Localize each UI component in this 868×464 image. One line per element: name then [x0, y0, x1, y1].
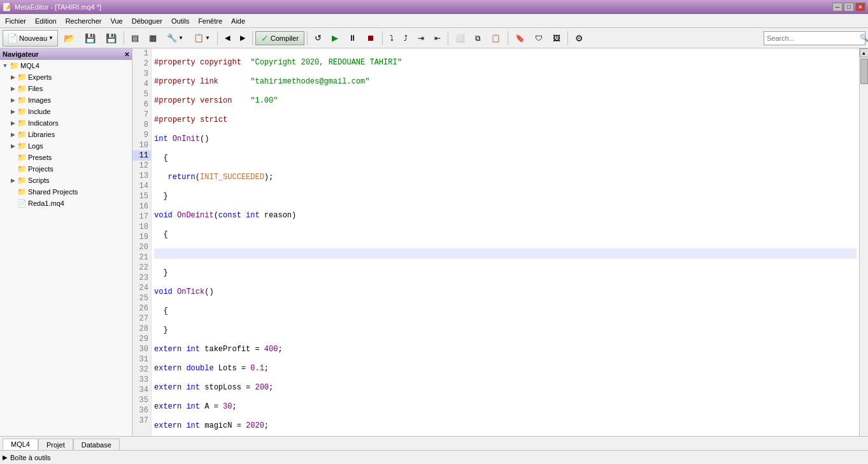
folder-icon-files: 📁	[17, 84, 27, 93]
menu-edition[interactable]: Edition	[31, 14, 60, 27]
view-icon-2: ▦	[149, 33, 157, 43]
tree-item-include[interactable]: ▶ 📁 Include	[0, 106, 132, 117]
compile-label: Compiler	[271, 34, 299, 42]
bookmarks-btn[interactable]: 🔖	[511, 30, 529, 47]
save-button[interactable]: 💾	[80, 30, 100, 47]
forward-button[interactable]: ▶	[236, 30, 250, 47]
folder-icon-projects: 📁	[17, 164, 27, 173]
search-box[interactable]: 🔍	[764, 31, 865, 45]
tree-label-files: Files	[28, 85, 43, 92]
ln-28: 28	[132, 324, 151, 334]
code-line-2: #property link "tahirimethodes@gmail.com…	[154, 76, 857, 87]
window-title: MetaEditor - [TAHIRI.mq4 *]	[15, 3, 101, 11]
tree-item-libraries[interactable]: ▶ 📁 Libraries	[0, 129, 132, 140]
ln-33: 33	[132, 375, 151, 385]
toolbar: 📄 Nouveau ▼ 📂 💾 💾 ▤ ▦ 🔧 ▼ 📋 ▼ ◀ ▶ ✓ Comp…	[0, 28, 868, 48]
close-button[interactable]: ✕	[855, 3, 865, 11]
ln-3: 3	[132, 69, 151, 79]
run-button[interactable]: ▶	[327, 30, 343, 47]
ln-19: 19	[132, 232, 151, 242]
settings-button[interactable]: ⚙	[571, 30, 588, 47]
tree-item-presets[interactable]: 📁 Presets	[0, 152, 132, 163]
title-bar-left: 📝 MetaEditor - [TAHIRI.mq4 *]	[3, 3, 101, 11]
save-all-button[interactable]: 💾	[101, 30, 121, 47]
code-line-14: {	[154, 306, 857, 316]
tree-label-presets: Presets	[28, 154, 52, 161]
view-btn-1[interactable]: ▤	[127, 30, 143, 47]
prev-btn[interactable]: ⇤	[430, 30, 445, 47]
tree-item-mql4[interactable]: ▼ 📁 MQL4	[0, 60, 132, 71]
tree-label-experts: Experts	[28, 73, 52, 81]
stop2-button[interactable]: ⬜	[451, 30, 469, 47]
view-btn-2[interactable]: ▦	[145, 30, 161, 47]
vertical-scrollbar[interactable]: ▲	[859, 48, 868, 436]
tree-item-experts[interactable]: ▶ 📁 Experts	[0, 71, 132, 83]
tab-mql4[interactable]: MQL4	[3, 439, 38, 450]
tree-item-logs[interactable]: ▶ 📁 Logs	[0, 140, 132, 152]
menu-fenetre[interactable]: Fenêtre	[194, 14, 226, 27]
expand-indicators: ▶	[9, 119, 17, 127]
ln-14: 14	[132, 181, 151, 191]
menu-outils[interactable]: Outils	[167, 14, 193, 27]
tree-item-indicators[interactable]: ▶ 📁 Indicators	[0, 117, 132, 129]
tree-item-projects[interactable]: 📁 Projects	[0, 163, 132, 175]
tab-projet[interactable]: Projet	[38, 439, 73, 450]
stop-button[interactable]: ⏹	[362, 30, 380, 47]
new-button[interactable]: 📄 Nouveau ▼	[3, 30, 58, 47]
code-line-13: void OnTick()	[154, 287, 857, 297]
copy-btn[interactable]: ⧉	[471, 30, 485, 47]
tree-item-images[interactable]: ▶ 📁 Images	[0, 94, 132, 106]
next-icon: ⇥	[418, 34, 424, 43]
search-input[interactable]	[764, 34, 857, 42]
expand-scripts: ▶	[9, 177, 17, 184]
image-btn[interactable]: 🖼	[548, 30, 565, 47]
tree-label-include: Include	[28, 108, 50, 115]
maximize-button[interactable]: □	[844, 3, 854, 11]
menu-deboguer[interactable]: Déboguer	[128, 14, 166, 27]
code-area[interactable]: 1 2 3 4 5 6 7 8 9 10 11 12 13 14 15 16 1…	[132, 48, 868, 436]
menu-fichier[interactable]: Fichier	[1, 14, 30, 27]
restart-button[interactable]: ↺	[310, 30, 326, 47]
ln-10: 10	[132, 140, 151, 150]
next-btn[interactable]: ⇥	[413, 30, 429, 47]
tree-item-shared-projects[interactable]: 📁 Shared Projects	[0, 186, 132, 198]
paste-btn[interactable]: 📋	[487, 30, 505, 47]
template-btn[interactable]: 📋 ▼	[189, 30, 215, 47]
bottom-tabs: MQL4 Projet Database	[0, 436, 868, 450]
tab-database[interactable]: Database	[73, 439, 120, 450]
minimize-button[interactable]: ─	[832, 3, 843, 11]
code-line-19: extern int A = 30;	[154, 402, 857, 412]
open-button[interactable]: 📂	[59, 30, 79, 47]
paste-icon: 📋	[491, 34, 501, 43]
ln-21: 21	[132, 252, 151, 263]
pause-button[interactable]: ⏸	[344, 30, 361, 47]
wizard-btn[interactable]: 🔧 ▼	[162, 30, 188, 47]
scroll-up-arrow[interactable]: ▲	[860, 48, 869, 57]
navigator-close[interactable]: ✕	[124, 51, 129, 58]
code-content[interactable]: #property copyright "Copyright 2020, RED…	[152, 48, 859, 436]
tree-item-files[interactable]: ▶ 📁 Files	[0, 83, 132, 94]
code-line-6: {	[154, 153, 857, 163]
back-button[interactable]: ◀	[220, 30, 234, 47]
menu-aide[interactable]: Aide	[227, 14, 249, 27]
wizard-icon: 🔧	[167, 33, 177, 43]
ln-35: 35	[132, 395, 151, 405]
compile-button[interactable]: ✓ Compiler	[255, 31, 304, 45]
settings-icon: ⚙	[575, 33, 583, 43]
step-over-button[interactable]: ⤵	[385, 30, 398, 47]
step-out-button[interactable]: ⤴	[399, 30, 412, 47]
ln-4: 4	[132, 79, 151, 89]
tree-item-reda1[interactable]: 📄 Reda1.mq4	[0, 198, 132, 209]
scroll-thumb[interactable]	[860, 59, 868, 84]
shield-btn[interactable]: 🛡	[530, 30, 547, 47]
menu-rechercher[interactable]: Rechercher	[62, 14, 106, 27]
toolbox-arrow: ▶	[3, 454, 8, 461]
tree-item-scripts[interactable]: ▶ 📁 Scripts	[0, 175, 132, 186]
image-icon: 🖼	[553, 34, 560, 43]
expand-mql4: ▼	[1, 62, 9, 69]
expand-libraries: ▶	[9, 131, 17, 138]
prev-icon: ⇤	[434, 34, 441, 43]
app-icon: 📝	[3, 3, 12, 11]
ln-24: 24	[132, 283, 151, 293]
menu-vue[interactable]: Vue	[107, 14, 127, 27]
